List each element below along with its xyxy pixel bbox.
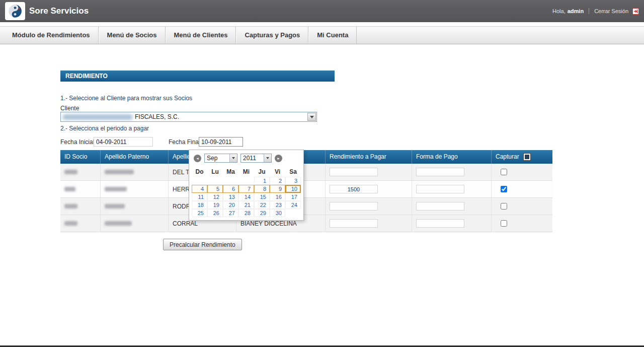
fecha-final-input[interactable]: [199, 137, 243, 147]
calendar-day-header: Mi: [238, 167, 254, 177]
chevron-down-icon: [229, 154, 237, 162]
calendar-date-29[interactable]: 29: [254, 209, 270, 217]
calendar-date-27[interactable]: 27: [223, 209, 238, 217]
calendar-date-8[interactable]: 8: [254, 185, 270, 193]
nav-item-capturas-pagos[interactable]: Capturas y Pagos: [236, 27, 308, 44]
logout-link[interactable]: Cerrar Sesión: [594, 8, 628, 14]
calendar-date-14[interactable]: 14: [238, 193, 254, 201]
header-rendimiento: Rendimiento a Pagar: [326, 150, 412, 164]
calendar-empty-cell: [192, 177, 207, 185]
datepicker-popup: ◄ Sep 2011 ► DoLuMaMiJuViSa1234567891011…: [189, 150, 304, 221]
step2-instruction: 2.- Selecciona el periodo a pagar: [60, 125, 149, 132]
rendimiento-input[interactable]: [330, 202, 378, 211]
forma-pago-input[interactable]: [416, 168, 464, 176]
swirl-logo-icon: [8, 4, 22, 18]
redacted-apellido: [105, 187, 127, 191]
calendar-grid: DoLuMaMiJuViSa12345678910111213141516171…: [192, 167, 301, 217]
calendar-year-select[interactable]: 2011: [240, 154, 272, 163]
nav-item-mi-cuenta[interactable]: Mi Cuenta: [308, 27, 357, 44]
cell-capturar: [492, 164, 552, 180]
capturar-checkbox[interactable]: [501, 186, 507, 192]
redacted-id: [64, 221, 77, 226]
forma-pago-input[interactable]: [416, 185, 464, 193]
calendar-date-21[interactable]: 21: [238, 201, 254, 209]
chevron-down-icon[interactable]: [307, 113, 316, 121]
calendar-date-5[interactable]: 5: [207, 185, 223, 193]
calendar-date-24[interactable]: 24: [285, 201, 301, 209]
calendar-day-header: Sa: [285, 167, 301, 177]
calendar-date-7[interactable]: 7: [238, 185, 254, 193]
calendar-date-28[interactable]: 28: [238, 209, 254, 217]
calendar-date-15[interactable]: 15: [254, 193, 270, 201]
socios-table: ID Socio Apellido Paterno Apellido Mater…: [60, 150, 552, 232]
calendar-date-10[interactable]: 10: [285, 185, 301, 193]
calendar-day-header: Ju: [254, 167, 270, 177]
header-apellido-paterno: Apellido Paterno: [101, 150, 169, 164]
checkbox-inner-icon: [525, 155, 529, 159]
greeting-prefix: Hola,: [552, 8, 566, 14]
calendar-day-header: Vi: [270, 167, 285, 177]
cliente-selected-value: FISCALES, S.C.: [135, 113, 179, 120]
cell-id-socio: [60, 164, 101, 180]
redacted-id: [64, 204, 77, 209]
cell-capturar: [492, 215, 552, 232]
rendimiento-input[interactable]: [330, 185, 378, 193]
user-area: Hola, admin Cerrar Sesión: [552, 0, 639, 22]
app-title: Sore Servicios: [29, 0, 89, 22]
cell-apellido-paterno: [101, 181, 169, 197]
chevron-down-icon: [264, 154, 271, 162]
nav-item-menu-clientes[interactable]: Menú de Clientes: [166, 27, 236, 44]
redacted-apellido: [105, 170, 134, 174]
cell-forma-pago: [412, 164, 492, 180]
calendar-date-3[interactable]: 3: [285, 177, 301, 185]
calendar-month-select[interactable]: Sep: [204, 154, 237, 163]
cell-capturar: [492, 198, 552, 215]
calendar-date-12[interactable]: 12: [207, 193, 223, 201]
table-row: HERR: [60, 181, 552, 198]
cliente-select[interactable]: FISCALES, S.C.: [60, 112, 317, 122]
forma-pago-input[interactable]: [416, 219, 464, 228]
nav-item-modulo-rendimientos[interactable]: Módulo de Rendimientos: [4, 27, 99, 44]
calendar-date-26[interactable]: 26: [207, 209, 223, 217]
calendar-date-25[interactable]: 25: [192, 209, 207, 217]
logout-icon[interactable]: [632, 8, 639, 15]
header-capturar: Capturar: [492, 150, 552, 164]
calendar-date-11[interactable]: 11: [192, 193, 207, 201]
calendar-date-2[interactable]: 2: [270, 177, 285, 185]
capturar-checkbox[interactable]: [501, 220, 507, 227]
calendar-date-9[interactable]: 9: [270, 185, 285, 193]
calendar-date-17[interactable]: 17: [285, 193, 301, 201]
calendar-date-23[interactable]: 23: [270, 201, 285, 209]
capturar-checkbox[interactable]: [501, 169, 507, 175]
precalcular-rendimiento-button[interactable]: Precalcular Rendimiento: [163, 239, 242, 250]
cell-apellido-paterno: [101, 164, 169, 180]
rendimiento-input[interactable]: [330, 168, 378, 176]
calendar-date-13[interactable]: 13: [223, 193, 238, 201]
rendimiento-input[interactable]: [330, 219, 378, 228]
step1-instruction: 1.- Seleccione al Cliente para mostrar s…: [60, 95, 192, 102]
forma-pago-input[interactable]: [416, 202, 464, 211]
calendar-date-22[interactable]: 22: [254, 201, 270, 209]
calendar-date-19[interactable]: 19: [207, 201, 223, 209]
calendar-date-1[interactable]: 1: [254, 177, 270, 185]
capturar-all-checkbox[interactable]: [523, 153, 531, 161]
calendar-prev-button[interactable]: ◄: [194, 155, 201, 162]
calendar-date-20[interactable]: 20: [223, 201, 238, 209]
calendar-date-4[interactable]: 4: [192, 185, 207, 193]
cell-apellido-paterno: [101, 215, 169, 232]
app-logo: [5, 2, 25, 20]
capturar-checkbox[interactable]: [501, 203, 507, 210]
table-body: DEL T HERR RODR: [60, 164, 552, 232]
cell-rendimiento: [326, 215, 412, 232]
redacted-id: [64, 187, 75, 191]
calendar-date-16[interactable]: 16: [270, 193, 285, 201]
nav-item-menu-socios[interactable]: Menú de Socios: [99, 27, 166, 44]
calendar-date-6[interactable]: 6: [223, 185, 238, 193]
cell-forma-pago: [412, 215, 492, 232]
calendar-date-18[interactable]: 18: [192, 201, 207, 209]
calendar-date-30[interactable]: 30: [270, 209, 285, 217]
fecha-inicial-input[interactable]: [94, 137, 153, 147]
cell-id-socio: [60, 215, 101, 232]
prev-arrow-icon: ◄: [196, 157, 199, 160]
calendar-next-button[interactable]: ►: [275, 155, 282, 162]
